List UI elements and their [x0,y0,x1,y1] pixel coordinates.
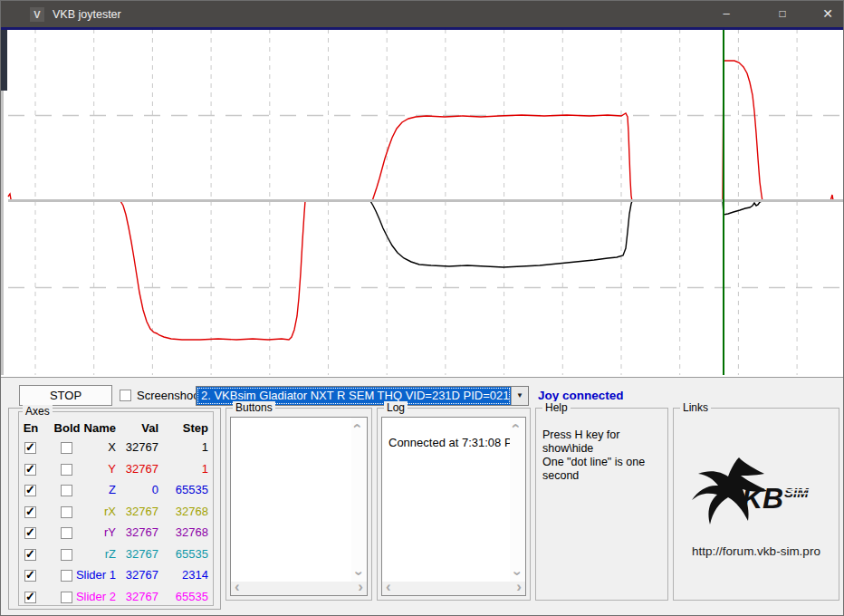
scroll-up-icon[interactable]: ‹ [510,423,523,428]
axis-step: 2314 [157,568,208,582]
titlebar[interactable]: V VKB joytester – □ ✕ [1,1,844,27]
control-panel: STOP Screenshoot 2. VKBsim Gladiator NXT… [1,377,844,616]
help-text: Press H key for show\hide One "dot line"… [542,428,667,483]
logo-kb-text: KB [742,482,783,515]
header-en: En [19,421,43,435]
axis-value: 32767 [113,462,158,476]
help-line-2: One "dot line" is one second [542,456,667,483]
axis-value: 32767 [113,590,158,603]
axis-name: X [55,440,116,454]
axis-row-slider2: Slider 2 32767 65535 [19,590,213,608]
axis-row-slider1: Slider 1 32767 2314 [19,568,213,586]
en-checkbox[interactable] [24,527,36,539]
log-panel: Log Connected at 7:31:08 PM ‹ ‹ ‹ › [377,408,531,601]
scroll-down-icon[interactable]: ‹ [351,571,364,576]
axis-name: rZ [55,547,116,561]
window-title: VKB joytester [53,8,121,21]
en-checkbox[interactable] [24,549,36,561]
left-edge-dark-strip [1,30,7,91]
en-checkbox[interactable] [24,592,36,603]
axis-step: 65535 [157,483,208,496]
forum-link[interactable]: http://forum.vkb-sim.pro [674,544,839,558]
axis-name: rY [55,525,116,539]
axis-row-rx: rX 32767 32768 [19,505,213,523]
app-window: V VKB joytester – □ ✕ STOP Screenshoot 2… [0,0,844,616]
axis-name: Y [55,462,116,476]
buttons-listbox[interactable]: ‹ ‹ ‹ › [230,417,368,596]
status-text: Joy connected [538,389,624,402]
stop-button[interactable]: STOP [19,385,112,406]
links-panel: Links KB SIM http://forum.vkb-sim.pro [673,408,839,601]
black-axis-trace [8,201,834,267]
screenshot-checkbox[interactable] [120,390,131,401]
log-entry: Connected at 7:31:08 PM [388,436,522,449]
axis-value: 32767 [113,505,158,518]
header-step: Step [157,421,208,435]
scroll-right-icon[interactable]: › [516,581,522,593]
left-edge-gray-strip [1,91,4,375]
axis-row-ry: rY 32767 32768 [19,525,213,544]
axis-step: 32768 [157,505,208,518]
axis-step: 65535 [157,547,208,561]
axes-legend: Axes [23,405,53,418]
close-button[interactable]: ✕ [814,1,841,26]
scroll-up-icon[interactable]: ‹ [351,423,364,428]
axis-name: Z [55,483,116,496]
app-icon: V [30,7,44,22]
header-name: Name [55,421,116,435]
axis-step: 65535 [157,590,208,603]
links-legend: Links [680,401,711,414]
logo-stripe [783,489,814,491]
axis-name: rX [55,505,116,518]
en-checkbox[interactable] [24,464,36,476]
axis-row-rz: rZ 32767 65535 [19,547,213,565]
axes-groupbox: Axes En Bold Name Val Step X 32767 1 Y [18,411,214,606]
log-listbox[interactable]: Connected at 7:31:08 PM ‹ ‹ ‹ › [381,417,526,596]
minimize-button[interactable]: – [713,1,740,26]
logo-sim-text: SIM [784,485,809,500]
axis-name: Slider 2 [55,590,116,603]
axis-row-x: X 32767 1 [19,440,213,458]
horizontal-scrollbar[interactable]: ‹ › [231,582,367,595]
screenshot-label: Screenshoot [137,389,203,402]
vertical-scrollbar[interactable]: ‹ ‹ [510,418,525,582]
help-panel: Help Press H key for show\hide One "dot … [535,408,668,601]
axis-row-y: Y 32767 1 [19,462,213,480]
scroll-right-icon[interactable]: › [358,581,363,593]
help-line-1: Press H key for show\hide [542,428,667,456]
axis-value: 0 [113,483,158,496]
axis-row-z: Z 0 65535 [19,483,213,501]
axis-value: 32767 [113,525,158,539]
vkbsim-logo: KB SIM [692,456,823,539]
en-checkbox[interactable] [24,485,36,496]
en-checkbox[interactable] [24,570,36,582]
logo-stripe [783,493,814,495]
axis-step: 1 [157,440,208,454]
buttons-panel: Buttons ‹ ‹ ‹ › [225,408,372,601]
axis-name: Slider 1 [55,568,116,582]
scroll-left-icon[interactable]: ‹ [235,581,240,593]
help-legend: Help [542,401,571,414]
maximize-button[interactable]: □ [769,1,796,26]
axis-value: 32767 [113,547,158,561]
scroll-down-icon[interactable]: ‹ [510,571,523,576]
horizontal-scrollbar[interactable]: ‹ › [382,582,525,595]
header-val: Val [113,421,158,435]
chart-canvas [1,30,844,377]
axis-trace-chart [1,27,844,377]
axis-step: 32768 [157,525,208,539]
buttons-legend: Buttons [233,401,275,414]
log-legend: Log [384,401,408,414]
dropdown-arrow-icon[interactable]: ▼ [511,387,528,405]
axis-value: 32767 [113,440,158,454]
axes-panel: Axes En Bold Name Val Step X 32767 1 Y [8,408,221,610]
scroll-left-icon[interactable]: ‹ [386,581,391,593]
en-checkbox[interactable] [24,506,36,518]
axis-value: 32767 [113,568,158,582]
vertical-scrollbar[interactable]: ‹ ‹ [351,418,367,582]
en-checkbox[interactable] [24,442,36,454]
axis-step: 1 [157,462,208,476]
